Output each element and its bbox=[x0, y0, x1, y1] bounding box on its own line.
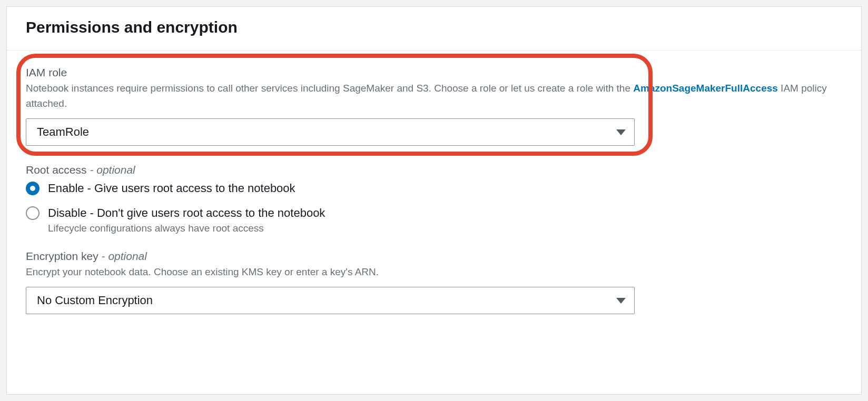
root-access-label-text: Root access bbox=[26, 164, 87, 176]
caret-down-icon bbox=[616, 298, 626, 304]
encryption-key-label-text: Encryption key bbox=[26, 250, 98, 262]
caret-down-icon bbox=[616, 129, 626, 135]
root-access-disable-subtext: Lifecycle configurations always have roo… bbox=[48, 223, 325, 234]
encryption-key-selected-value: No Custom Encryption bbox=[37, 294, 153, 307]
iam-role-label: IAM role bbox=[26, 66, 842, 79]
encryption-key-description: Encrypt your notebook data. Choose an ex… bbox=[26, 265, 842, 280]
iam-role-selected-value: TeamRole bbox=[37, 125, 89, 139]
encryption-key-label: Encryption key - optional bbox=[26, 250, 842, 263]
iam-role-select[interactable]: TeamRole bbox=[26, 118, 635, 146]
iam-policy-link[interactable]: AmazonSageMakerFullAccess bbox=[633, 83, 778, 94]
encryption-key-select[interactable]: No Custom Encryption bbox=[26, 287, 635, 314]
root-access-disable-text: Disable - Don't give users root access t… bbox=[48, 205, 325, 222]
radio-selected-icon bbox=[26, 182, 40, 195]
iam-role-description-pre: Notebook instances require permissions t… bbox=[26, 83, 633, 94]
root-access-radio-group: Enable - Give users root access to the n… bbox=[26, 181, 842, 234]
root-access-enable-radio[interactable]: Enable - Give users root access to the n… bbox=[26, 181, 842, 197]
panel-title: Permissions and encryption bbox=[26, 18, 842, 36]
iam-role-description: Notebook instances require permissions t… bbox=[26, 81, 842, 111]
encryption-key-field: Encryption key - optional Encrypt your n… bbox=[26, 250, 842, 315]
root-access-enable-text: Enable - Give users root access to the n… bbox=[48, 181, 295, 197]
iam-role-field: IAM role Notebook instances require perm… bbox=[26, 66, 842, 146]
root-access-disable-radio[interactable]: Disable - Don't give users root access t… bbox=[26, 205, 842, 234]
permissions-encryption-panel: Permissions and encryption IAM role Note… bbox=[6, 6, 862, 395]
root-access-label: Root access - optional bbox=[26, 164, 842, 176]
root-access-optional: - optional bbox=[87, 164, 135, 176]
encryption-key-optional: - optional bbox=[98, 250, 147, 262]
panel-body: IAM role Notebook instances require perm… bbox=[7, 51, 861, 348]
radio-unselected-icon bbox=[26, 206, 40, 220]
root-access-field: Root access - optional Enable - Give use… bbox=[26, 164, 842, 234]
panel-header: Permissions and encryption bbox=[7, 7, 861, 51]
